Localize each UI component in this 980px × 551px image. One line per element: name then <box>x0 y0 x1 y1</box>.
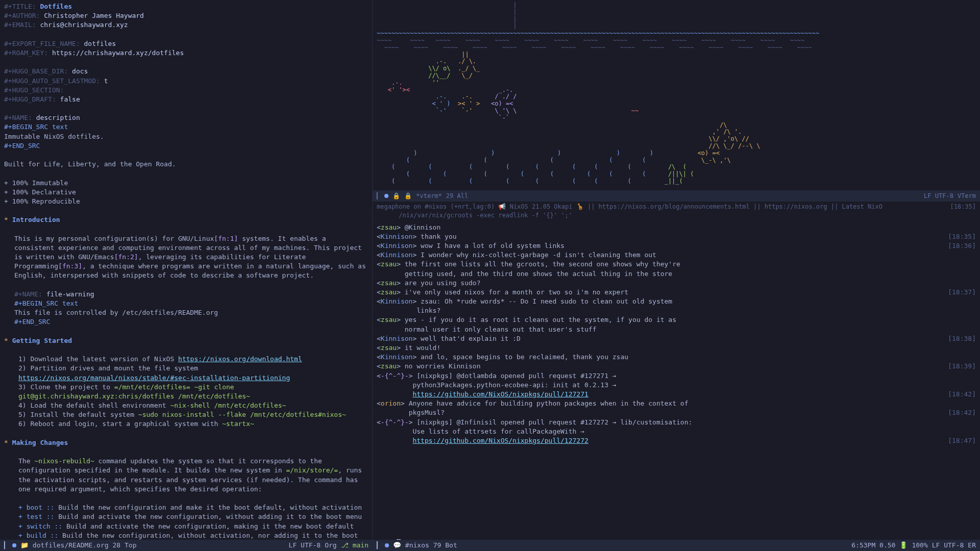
link-download[interactable]: https://nixos.org/download.html <box>178 355 302 363</box>
kw-author: #+AUTHOR: <box>4 12 40 19</box>
footnote-1[interactable]: [fn:1] <box>214 235 238 242</box>
kw-roam: #+ROAM_KEY: <box>4 49 48 57</box>
heading-intro[interactable]: Introduction <box>12 216 60 223</box>
modeline-bottom: ▎ 📁 dotfiles/README.org 28 Top LF UTF-8 … <box>0 540 980 551</box>
kw-name-warn: #+NAME: <box>14 290 42 298</box>
chat-line: <zsau> are you using sudo? <box>377 279 976 288</box>
chat-line: <zsau> no worries Kinnison[18:39] <box>377 362 976 371</box>
chat-line: <zsau> i've only used nixos for a month … <box>377 288 976 297</box>
buffer-pos: 79 Bot <box>433 541 457 550</box>
state-icon <box>384 194 388 198</box>
git-branch: main <box>353 541 369 550</box>
doc-hugo-base: docs <box>72 67 88 75</box>
end-src-warn: #+END_SRC <box>14 318 50 325</box>
chat-line: <zsau> it would! <box>377 343 976 353</box>
doc-name-desc: description <box>36 114 80 121</box>
major-mode: ER <box>968 541 976 550</box>
ascii-art: | | | | ~~~~~~~~~~~~~~~~~~~~~~~~~~~~~~~~… <box>377 2 976 185</box>
battery-icon: 🔋 <box>899 541 908 550</box>
chat-line: <Kinnison> thank you[18:35] <box>377 232 976 241</box>
kw-export: #+EXPORT_FILE_NAME: <box>4 40 80 47</box>
chat-line: Use lists of attrsets for callPackageWit… <box>377 427 976 436</box>
gs-step-6: 6) Reboot and login, start a graphical s… <box>4 419 368 429</box>
doc-email: chris@chrishayward.xyz <box>40 21 128 29</box>
chat-line: <Kinnison> zsau: Oh *rude words* -- Do I… <box>377 297 976 306</box>
lock-icon: 🔒 <box>404 192 412 201</box>
buffer-pos: 29 All <box>446 192 468 201</box>
chat-line: https://github.com/NixOS/nixpkgs/pull/12… <box>377 436 976 445</box>
clock: 6:53PM 0.50 <box>851 541 895 550</box>
git-branch-icon: ⎇ <box>341 541 349 550</box>
intro-paragraph: This is my personal configuration(s) for… <box>4 234 368 281</box>
major-mode: VTerm <box>958 192 976 201</box>
star-icon: * <box>4 439 12 446</box>
begin-src: #+BEGIN_SRC text <box>4 123 68 131</box>
star-icon: * <box>4 337 12 344</box>
kw-hugo-draft: #+HUGO_DRAFT: <box>4 95 56 103</box>
chat-line: getting used, and the third one shows th… <box>377 269 976 279</box>
encoding: LF UTF-8 <box>924 192 953 201</box>
chat-icon: 💬 <box>393 541 401 550</box>
chat-line: python3Packages.python-ecobee-api: init … <box>377 381 976 390</box>
kw-hugo-section: #+HUGO_SECTION: <box>4 86 64 94</box>
footnote-3[interactable]: [fn:3] <box>58 262 82 270</box>
chat-line: <Kinnison> and lo, space begins to be re… <box>377 353 976 362</box>
heading-getting-started[interactable]: Getting Started <box>12 337 72 344</box>
chat-line: <zsau> yes - if you do it as root it cle… <box>377 315 976 324</box>
editor-pane-left[interactable]: #+TITLE: Dotfiles #+AUTHOR: Christopher … <box>0 0 373 540</box>
list-item: + boot :: Build the new configuration an… <box>18 503 368 512</box>
chat-line: pkgsMusl?[18:42] <box>377 408 976 417</box>
chat-line: links? <box>377 306 976 315</box>
doc-author: Christopher James Hayward <box>44 12 144 19</box>
kw-title: #+TITLE: <box>4 3 36 10</box>
battery-pct: 100% <box>912 541 927 550</box>
buffer-name: *vterm* <box>416 192 442 201</box>
chat-line: <orion> Anyone have advice for building … <box>377 399 976 408</box>
footnote-2[interactable]: [fn:2] <box>114 253 138 261</box>
state-icon <box>385 543 389 547</box>
chat-line: <Kinnison> wow I have a lot of old syste… <box>377 241 976 251</box>
buffer-pos: 28 Top <box>113 541 137 550</box>
link[interactable]: https://github.com/NixOS/nixpkgs/pull/12… <box>412 390 588 398</box>
name-warn: file-warning <box>46 290 94 298</box>
irc-pane[interactable]: megaphone on #nixos (+nrt,lag:0) 📢 NixOS… <box>373 202 980 540</box>
kw-email: #+EMAIL: <box>4 21 36 29</box>
chat-line: <zsau> @Kinnison <box>377 223 976 232</box>
desc-body: Immutable NixOS dotfiles. <box>4 133 104 140</box>
indicator-icon: ▎ <box>377 541 381 550</box>
chat-line: <Kinnison> well that'd explain it :D[18:… <box>377 334 976 343</box>
list-item: + test :: Build and activate the new con… <box>18 512 368 521</box>
doc-roam: https://chrishayward.xyz/dotfiles <box>52 49 184 57</box>
link[interactable]: https://github.com/NixOS/nixpkgs/pull/12… <box>412 437 588 444</box>
modeline-vterm: ▎ 🔒 🔒 *vterm* 29 All LF UTF-8 VTerm <box>373 190 980 202</box>
buffer-name: #nixos <box>405 541 429 550</box>
chat-line: <zsau> the first one lists all the gcroo… <box>377 260 976 269</box>
vterm-pane[interactable]: | | | | ~~~~~~~~~~~~~~~~~~~~~~~~~~~~~~~~… <box>373 0 980 202</box>
doc-hugo-draft: false <box>60 95 80 103</box>
doc-export: dotfiles <box>84 40 116 47</box>
chat-line: <Kinnison> I wonder why nix-collect-garb… <box>377 251 976 260</box>
gs-step-5: 5) Install the default system ~sudo nixo… <box>4 410 368 419</box>
gs-step-2: 2) Partition drives and mount the file s… <box>4 364 368 382</box>
doc-title: Dotfiles <box>40 3 72 10</box>
kw-name: #+NAME: <box>4 114 32 121</box>
kw-hugo-lastmod: #+HUGO_AUTO_SET_LASTMOD: <box>4 77 100 85</box>
star-icon: * <box>4 216 12 223</box>
file-path: dotfiles/README.org <box>33 541 109 550</box>
bullet-0: + 100% Immutable <box>4 179 68 187</box>
chat-line: <-{^-^}-> [nixpkgs] @dotlambda opened pu… <box>377 371 976 381</box>
folder-icon: 📁 <box>20 541 29 550</box>
heading-making-changes[interactable]: Making Changes <box>12 439 68 446</box>
list-item: + switch :: Build and activate the new c… <box>18 522 368 531</box>
warn-body: This file is controlled by /etc/dotfiles… <box>14 309 218 316</box>
major-mode: Org <box>325 541 336 550</box>
encoding: LF UTF-8 <box>932 541 964 550</box>
indicator-icon: ▎ <box>4 541 8 550</box>
state-icon <box>12 543 16 547</box>
irc-topic: megaphone on #nixos (+nrt,lag:0) 📢 NixOS… <box>373 202 980 221</box>
link-partition[interactable]: https://nixos.org/manual/nixos/stable/#s… <box>18 374 290 382</box>
gs-step-1: 1) Download the latest version of NixOS … <box>4 355 368 364</box>
indicator-icon: ▎ <box>377 192 380 201</box>
doc-hugo-lastmod: t <box>104 77 108 85</box>
chat-line: normal user it only cleans out that user… <box>377 325 976 334</box>
